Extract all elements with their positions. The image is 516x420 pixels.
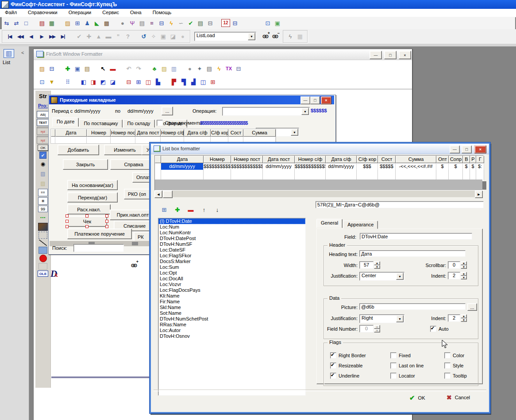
search-input[interactable] <box>73 244 124 252</box>
field-list-item[interactable]: DTovH:NumSF <box>158 241 305 247</box>
column-header[interactable] <box>51 129 55 137</box>
ellipse-icon[interactable]: ● <box>178 32 188 42</box>
column-header[interactable]: Р <box>470 156 476 163</box>
scrollbar-value[interactable]: 0 <box>448 261 460 269</box>
checkbox-box[interactable] <box>390 363 397 369</box>
chevron-down-icon[interactable]: ▼ <box>248 33 255 40</box>
copy-icon[interactable]: ▣ <box>73 64 82 73</box>
checkbox-box[interactable] <box>157 120 163 126</box>
cancel-button[interactable]: ✖ Cancel <box>447 394 470 401</box>
selection-handle[interactable] <box>105 214 108 218</box>
palette-string-label[interactable]: Str <box>37 92 49 100</box>
close-icon[interactable]: × <box>474 145 486 153</box>
dialog-titlebar[interactable]: List box formatter — □ × <box>151 144 489 154</box>
filter-icon[interactable]: ▼ <box>47 77 57 87</box>
data-indent-value[interactable]: 2 <box>448 314 460 322</box>
column-header[interactable] <box>155 156 161 163</box>
column-header[interactable]: Номер <box>87 129 111 137</box>
find-window-icon[interactable]: ⊡ <box>263 18 273 28</box>
scroll-track[interactable] <box>173 191 475 197</box>
heading-text-input[interactable]: Дата <box>359 250 466 257</box>
column-header[interactable]: Дата с/ф <box>326 156 357 163</box>
field-list-item[interactable]: Skl:Name <box>158 305 305 310</box>
field-list-item[interactable]: Sot:Name <box>158 310 305 316</box>
maximize-button[interactable]: □ <box>310 96 320 104</box>
grow-icon[interactable]: ◫ <box>198 77 208 87</box>
spin-down-icon[interactable]: ▼ <box>461 318 467 322</box>
izmenit-button[interactable]: Изменить <box>104 145 146 155</box>
undo-icon[interactable]: ↶ <box>124 64 134 73</box>
align-top-icon[interactable]: ◩ <box>98 77 108 87</box>
property-tab[interactable]: General <box>316 219 343 228</box>
spin-up-icon[interactable]: ▲ <box>461 272 467 276</box>
palette-progress-icon[interactable]: ▪▪▪ <box>37 213 49 222</box>
width-spinner[interactable]: 57 ▲▼ <box>359 261 380 269</box>
palette-radiobutton[interactable]: ◉ <box>37 160 49 168</box>
column-header[interactable]: Номер <box>204 156 231 163</box>
flag-checkbox[interactable]: Resizeable <box>330 360 390 370</box>
move-up-icon[interactable]: ↑ <box>199 205 209 214</box>
picture-input[interactable]: @d6b <box>359 303 466 310</box>
ok-button[interactable]: ✔ OK <box>409 394 425 402</box>
column-header[interactable]: Номер пост <box>111 129 135 137</box>
confirm-icon[interactable]: ✔ <box>74 32 84 42</box>
palette-folder-icon[interactable]: ▨ <box>37 179 49 188</box>
prih-column[interactable]: Номер пост <box>111 129 135 143</box>
folder-icon[interactable]: ▨ <box>159 64 169 73</box>
column-header[interactable]: Дата <box>161 156 204 163</box>
checkbox-box[interactable] <box>330 363 336 369</box>
flag-checkbox[interactable]: Tooltip <box>444 370 480 381</box>
column-header[interactable]: Сост <box>228 129 243 137</box>
column-sample-value[interactable]: -<<,<<<,<<#.## <box>396 163 436 170</box>
maximize-button[interactable]: □ <box>384 51 397 59</box>
picture-browse-button[interactable]: ... <box>467 303 477 311</box>
selection-handle[interactable] <box>85 214 89 218</box>
remove-field-icon[interactable]: ▬ <box>185 205 196 214</box>
platezhnoe-button[interactable]: Платежное поручение <box>67 229 132 239</box>
field-list-item[interactable]: DTovH:NumSchetPost <box>158 316 305 322</box>
column-header[interactable]: С/ф кор <box>211 129 228 137</box>
column-header[interactable]: В <box>463 156 470 163</box>
column-sample-value[interactable]: dd/mm/yyyy <box>326 163 357 170</box>
maximize-button[interactable]: □ <box>462 145 472 153</box>
field-list-item[interactable]: DTovH:Osnov <box>158 333 305 339</box>
insert-icon[interactable]: ✚ <box>84 32 94 42</box>
align-right-icon[interactable]: ◨ <box>89 77 98 87</box>
field-list-item[interactable]: Loc:Vozvr <box>158 282 305 287</box>
column-header[interactable]: Сумма <box>396 156 436 163</box>
checkbox-box[interactable] <box>390 373 397 379</box>
column-sample-value[interactable]: $$$ <box>357 163 378 170</box>
palette-listbox-icon[interactable]: ≡≡ <box>38 189 48 196</box>
nav-fast-next-icon[interactable]: ▶▶ <box>47 32 58 42</box>
rash-nakl-button[interactable]: Расх.накл. <box>67 204 111 214</box>
prih-tab[interactable]: По дате <box>52 118 79 127</box>
column-header[interactable]: Дата <box>55 129 87 137</box>
prih-column[interactable]: Сост <box>228 129 243 143</box>
sphere-icon[interactable]: ● <box>185 64 195 73</box>
palette-edit-field[interactable]: AB| <box>37 111 49 118</box>
image-settings-icon[interactable]: ▣ <box>273 18 282 28</box>
move-down-icon[interactable]: ↓ <box>212 205 223 214</box>
cursor-icon[interactable]: ↖ <box>98 64 108 73</box>
own-docs-checkbox[interactable]: Свои документы <box>157 120 203 126</box>
flag-checkbox[interactable]: Color <box>444 350 480 360</box>
selection-handle[interactable] <box>85 225 89 228</box>
open-folder-icon[interactable]: ▨ <box>37 64 47 73</box>
scroll-right-icon[interactable]: ▶ <box>475 191 483 198</box>
palette-text-field[interactable]: TEXT <box>37 119 49 126</box>
lightning-icon[interactable]: ϟ <box>214 64 224 73</box>
column-header[interactable]: Номер с/ф <box>295 156 326 163</box>
field-list-item[interactable]: Kli:Name <box>158 293 305 299</box>
checkbox-box[interactable] <box>330 352 336 359</box>
form-line-element[interactable] <box>51 377 150 378</box>
palette-checkbox[interactable]: ✔ <box>39 152 46 159</box>
calendar-12-icon[interactable]: 12 <box>221 19 230 27</box>
prih-column[interactable]: Номер <box>87 129 111 143</box>
selection-handle[interactable] <box>105 220 108 223</box>
quote-icon[interactable]: ” <box>113 32 123 42</box>
column-header[interactable]: Сумма <box>243 129 276 137</box>
zakryt-button[interactable]: Закрыть <box>63 159 108 170</box>
window-copy-icon[interactable]: ⊞ <box>73 18 82 28</box>
remove-icon[interactable]: ▬ <box>108 64 118 73</box>
diskette-icon[interactable]: ⊟ <box>157 18 166 28</box>
